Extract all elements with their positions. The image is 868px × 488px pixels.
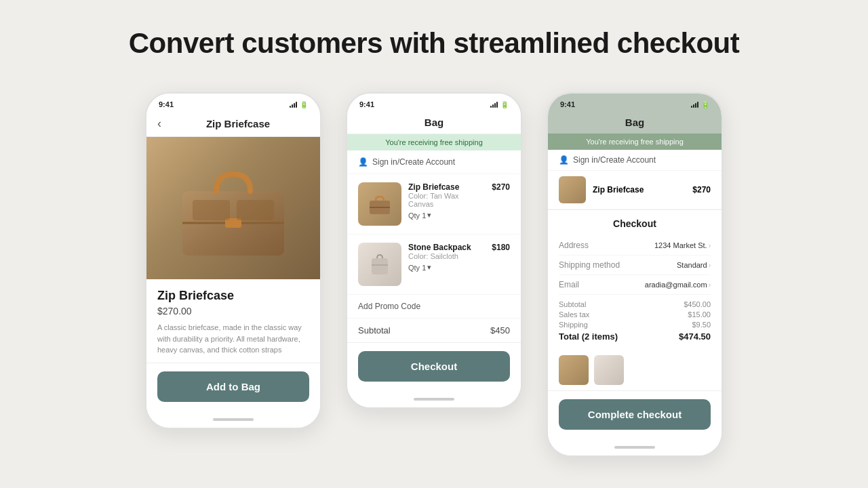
email-row[interactable]: Email aradia@gmail.com › xyxy=(559,275,711,295)
phone1-wrapper: 9:41 🔋 ‹ Zip Briefcase xyxy=(145,92,321,429)
cart-item-1-price: $270 xyxy=(492,182,510,192)
phone3-screen: Bag You're receiving free shipping 👤 Sig… xyxy=(548,111,722,390)
shipping-cost-label: Shipping xyxy=(559,321,588,329)
phone1: 9:41 🔋 ‹ Zip Briefcase xyxy=(145,92,321,429)
phone2-time: 9:41 xyxy=(359,100,374,108)
subtotal-value: $450 xyxy=(490,325,510,336)
thumb-backpack xyxy=(594,355,624,385)
total-label: Total (2 items) xyxy=(559,331,618,342)
cart-item-2-color: Color: Sailcloth xyxy=(408,252,485,260)
phone2-wrapper: 9:41 🔋 Bag You're receiving free shippin… xyxy=(346,92,522,409)
tax-line: Sales tax $15.00 xyxy=(559,310,711,319)
total-line: Total (2 items) $474.50 xyxy=(559,331,711,342)
tax-value: $15.00 xyxy=(688,310,711,319)
cart-item-2-details: Stone Backpack Color: Sailcloth Qty 1 ▾ xyxy=(408,243,485,272)
cart-item-1-color: Color: Tan Wax Canvas xyxy=(408,192,485,208)
cart-item-2-price: $180 xyxy=(492,243,510,252)
phone1-status-icons: 🔋 xyxy=(290,101,308,108)
subtotal-row: Subtotal $450 xyxy=(347,319,521,342)
phone1-cta-area: Add to Bag xyxy=(146,363,320,413)
user-icon: 👤 xyxy=(358,157,368,167)
product-name: Zip Briefcase xyxy=(157,289,309,303)
email-chevron: › xyxy=(709,281,711,289)
phone2-screen: Bag You're receiving free shipping 👤 Sig… xyxy=(347,111,521,342)
battery-icon: 🔋 xyxy=(701,101,709,108)
product-thumbs xyxy=(548,350,722,390)
email-value: aradia@gmail.com › xyxy=(645,281,711,289)
sign-in-label: Sign in/Create Account xyxy=(372,157,455,167)
bag-mini-icon xyxy=(366,192,393,216)
phone1-time: 9:41 xyxy=(159,100,174,108)
phone1-status-bar: 9:41 🔋 xyxy=(146,94,320,111)
address-row[interactable]: Address 1234 Market St. › xyxy=(559,236,711,256)
promo-code-row[interactable]: Add Promo Code xyxy=(347,295,521,319)
cart-item-2-name: Stone Backpack xyxy=(408,243,485,252)
cart-item-1: Zip Briefcase Color: Tan Wax Canvas Qty … xyxy=(347,174,521,235)
sign-in-row3[interactable]: 👤 Sign in/Create Account xyxy=(548,150,722,171)
cart-item-1-qty[interactable]: Qty 1 ▾ xyxy=(408,211,485,220)
backpack-mini-icon xyxy=(366,253,393,277)
subtotal-summary-line: Subtotal $450.00 xyxy=(559,300,711,308)
total-value: $474.50 xyxy=(679,331,711,342)
svg-rect-5 xyxy=(237,200,274,220)
shipping-cost-line: Shipping $9.50 xyxy=(559,321,711,329)
email-label: Email xyxy=(559,280,579,289)
shipping-cost-value: $9.50 xyxy=(692,321,711,329)
cart-item-2: Stone Backpack Color: Sailcloth Qty 1 ▾ … xyxy=(347,235,521,295)
address-label: Address xyxy=(559,241,589,250)
briefcase-illustration xyxy=(172,154,294,262)
add-to-bag-button[interactable]: Add to Bag xyxy=(157,371,309,402)
subtotal-label: Subtotal xyxy=(358,325,391,336)
battery-icon: 🔋 xyxy=(500,101,509,108)
phone3-cta-area: Complete checkout xyxy=(548,390,722,441)
phone3: 9:41 🔋 Bag You're receiving free shippin… xyxy=(547,92,723,457)
address-chevron: › xyxy=(709,242,711,249)
shipping-method-label: Shipping method xyxy=(559,260,620,270)
sign-in-row[interactable]: 👤 Sign in/Create Account xyxy=(347,150,521,174)
free-shipping-banner: You're receiving free shipping xyxy=(347,134,521,150)
svg-rect-4 xyxy=(193,200,230,220)
cart-item-2-qty[interactable]: Qty 1 ▾ xyxy=(408,263,485,272)
product-image xyxy=(146,137,320,279)
cart-item-mini: Zip Briefcase $270 xyxy=(548,171,722,209)
home-indicator xyxy=(414,398,454,401)
phone2-title: Bag xyxy=(347,111,521,134)
svg-rect-8 xyxy=(372,258,388,274)
free-shipping-banner3: You're receiving free shipping xyxy=(548,134,722,150)
phone1-header: ‹ Zip Briefcase xyxy=(146,111,320,137)
product-price: $270.00 xyxy=(157,306,309,317)
signal-icon xyxy=(290,101,297,108)
battery-icon: 🔋 xyxy=(300,101,308,108)
complete-checkout-button[interactable]: Complete checkout xyxy=(559,399,711,430)
checkout-button[interactable]: Checkout xyxy=(358,351,510,382)
phone2-bottom-bar xyxy=(347,392,521,407)
signal-icon xyxy=(490,101,498,108)
phone2: 9:41 🔋 Bag You're receiving free shippin… xyxy=(346,92,522,409)
shipping-method-value: Standard › xyxy=(677,261,711,269)
phone3-bottom-bar xyxy=(548,441,722,455)
sign-in-label3: Sign in/Create Account xyxy=(573,155,656,165)
home-indicator xyxy=(213,418,254,421)
back-button[interactable]: ‹ xyxy=(157,117,161,131)
mini-bag-img xyxy=(559,176,586,203)
cart-item-1-details: Zip Briefcase Color: Tan Wax Canvas Qty … xyxy=(408,182,485,220)
home-indicator xyxy=(614,446,655,449)
checkout-title: Checkout xyxy=(559,218,711,229)
phone1-title: Zip Briefcase xyxy=(167,118,309,129)
subtotal-s-label: Subtotal xyxy=(559,300,586,308)
product-info: Zip Briefcase $270.00 A classic briefcas… xyxy=(146,279,320,363)
cart-item-1-name: Zip Briefcase xyxy=(408,182,485,192)
mini-item-name: Zip Briefcase xyxy=(593,185,686,195)
thumb-briefcase xyxy=(559,355,589,385)
phone3-time: 9:41 xyxy=(560,100,575,108)
product-desc: A classic briefcase, made in the classic… xyxy=(157,322,309,356)
phone3-status-bar: 9:41 🔋 xyxy=(548,94,722,111)
phone3-status-icons: 🔋 xyxy=(691,101,709,108)
phone1-bottom-bar xyxy=(146,413,320,428)
phone2-cta-area: Checkout xyxy=(347,342,521,392)
shipping-method-row[interactable]: Shipping method Standard › xyxy=(559,256,711,275)
cart-item-1-image xyxy=(358,182,401,226)
cart-item-2-image xyxy=(358,243,401,286)
phone1-screen: ‹ Zip Briefcase xyxy=(146,111,320,363)
phones-container: 9:41 🔋 ‹ Zip Briefcase xyxy=(145,92,723,457)
